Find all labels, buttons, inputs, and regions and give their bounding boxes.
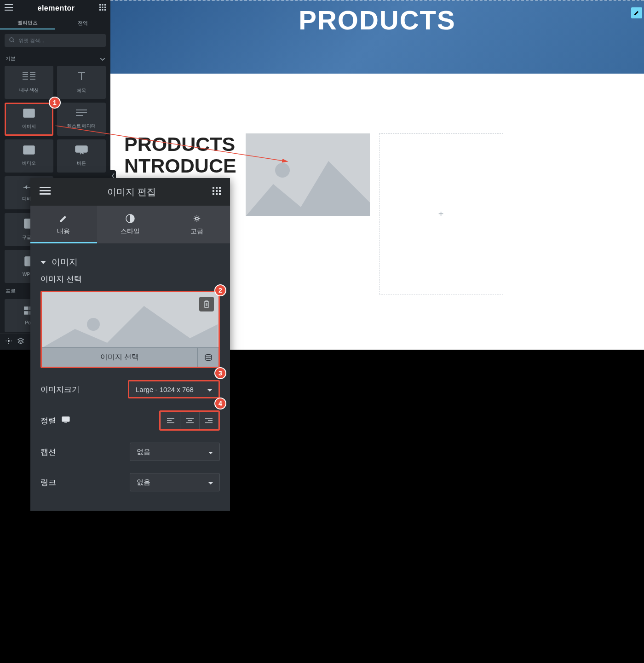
link-value: 없음 — [137, 478, 150, 487]
svg-point-12 — [10, 38, 13, 41]
svg-rect-60 — [62, 417, 69, 421]
section-title: 이미지 — [52, 256, 78, 268]
button-icon — [75, 145, 88, 156]
apps-icon[interactable] — [99, 4, 106, 12]
control-caption: 캡션 없음 — [40, 443, 220, 461]
category-basic[interactable]: 기본 — [0, 52, 110, 66]
hero-title: PRODUCTS — [299, 5, 455, 35]
image-icon — [23, 109, 35, 120]
svg-rect-35 — [24, 307, 28, 310]
svg-rect-44 — [40, 190, 51, 191]
svg-rect-46 — [213, 187, 214, 189]
editor-header: 이미지 편집 — [30, 178, 230, 206]
tab-label: 고급 — [190, 227, 203, 236]
search-wrap — [0, 29, 110, 52]
widget-video[interactable]: 비디오 — [5, 139, 53, 173]
svg-rect-1 — [5, 7, 13, 8]
section-edit-handle[interactable] — [631, 7, 642, 18]
tab-global[interactable]: 전역 — [55, 17, 110, 29]
caret-down-icon — [208, 448, 213, 456]
align-left-button[interactable] — [161, 412, 180, 429]
tab-elements[interactable]: 엘리먼츠 — [0, 17, 55, 29]
caret-down-icon — [40, 258, 46, 266]
svg-rect-4 — [102, 4, 104, 6]
desktop-icon[interactable] — [62, 416, 70, 425]
svg-text:8: 8 — [26, 221, 29, 226]
tab-label: 내용 — [57, 227, 70, 236]
control-link: 링크 없음 — [40, 473, 220, 491]
svg-rect-11 — [104, 9, 106, 11]
svg-rect-10 — [102, 9, 104, 11]
svg-point-58 — [87, 318, 100, 331]
plus-icon: + — [438, 209, 444, 219]
svg-rect-37 — [24, 311, 28, 314]
control-alignment: 정렬 4 — [40, 410, 220, 431]
layers-icon[interactable] — [17, 338, 24, 346]
widget-inner-section[interactable]: 내부 섹션 — [5, 66, 53, 99]
columns-icon — [23, 71, 35, 83]
annotation-marker-3: 3 — [214, 367, 226, 379]
tab-content[interactable]: 내용 — [30, 206, 97, 243]
svg-rect-49 — [213, 190, 214, 192]
svg-rect-53 — [216, 193, 218, 195]
widget-label: 비디오 — [22, 160, 36, 167]
settings-icon[interactable] — [6, 338, 12, 346]
image-size-select[interactable]: Large - 1024 x 768 — [128, 380, 220, 398]
image-preview[interactable] — [42, 292, 218, 347]
heading-line1: PRODUCTS — [124, 133, 236, 155]
control-image-size: 이미지크기 Large - 1024 x 768 3 — [40, 380, 220, 398]
tab-style[interactable]: 스타일 — [97, 206, 164, 243]
section-image-header[interactable]: 이미지 — [40, 251, 220, 274]
svg-rect-45 — [40, 193, 51, 195]
widget-image[interactable]: 이미지 — [5, 103, 53, 136]
image-size-label: 이미지크기 — [40, 384, 80, 395]
image-size-value: Large - 1024 x 768 — [136, 386, 194, 393]
contrast-icon — [126, 214, 135, 225]
control-choose-image: 이미지 선택 이미지 선택 — [40, 274, 220, 368]
apps-icon[interactable] — [213, 187, 221, 197]
svg-rect-0 — [5, 4, 13, 5]
widget-label: 이미지 — [22, 123, 36, 130]
svg-rect-22 — [23, 109, 34, 117]
editor-section: 이미지 이미지 선택 — [30, 243, 230, 511]
search-input[interactable] — [18, 38, 101, 43]
menu-icon[interactable] — [5, 4, 13, 12]
link-label: 링크 — [40, 477, 56, 488]
align-right-button[interactable] — [199, 412, 218, 429]
pencil-icon — [59, 214, 68, 225]
search-icon — [9, 36, 15, 45]
svg-rect-51 — [219, 190, 221, 192]
image-placeholder[interactable] — [246, 133, 370, 216]
svg-rect-8 — [104, 7, 106, 8]
svg-line-13 — [13, 41, 14, 42]
menu-icon[interactable] — [40, 187, 51, 197]
svg-rect-2 — [5, 10, 13, 11]
widget-heading[interactable]: 제목 — [57, 66, 106, 99]
hero-section[interactable]: PRODUCTS — [110, 0, 644, 74]
widget-button[interactable]: 버튼 — [57, 139, 106, 173]
image-buttons: 이미지 선택 — [42, 347, 218, 367]
tab-advanced[interactable]: 고급 — [163, 206, 230, 243]
svg-rect-5 — [104, 4, 106, 6]
link-select[interactable]: 없음 — [130, 473, 220, 491]
gear-icon — [192, 214, 201, 225]
media-library-button[interactable] — [197, 348, 218, 367]
chevron-down-icon — [100, 56, 105, 62]
align-center-button[interactable] — [180, 412, 199, 429]
search-box[interactable] — [5, 34, 106, 47]
editor-panel: 이미지 편집 내용 스타일 고급 이 — [30, 178, 230, 511]
empty-column[interactable]: + — [379, 133, 503, 294]
choose-image-button[interactable]: 이미지 선택 — [42, 348, 197, 367]
delete-image-button[interactable] — [199, 297, 214, 311]
widget-text-editor[interactable]: 텍스트 에디터 — [57, 103, 106, 136]
svg-point-59 — [205, 354, 212, 357]
widget-label: 버튼 — [77, 160, 86, 167]
placeholder-image-icon — [246, 133, 370, 216]
caret-down-icon — [208, 479, 213, 486]
heading-icon — [76, 71, 87, 84]
image-selector[interactable]: 이미지 선택 — [40, 291, 220, 368]
svg-rect-9 — [99, 9, 101, 11]
logo: elementor — [38, 4, 75, 12]
caption-select[interactable]: 없음 — [130, 443, 220, 461]
alignment-buttons — [159, 410, 220, 431]
